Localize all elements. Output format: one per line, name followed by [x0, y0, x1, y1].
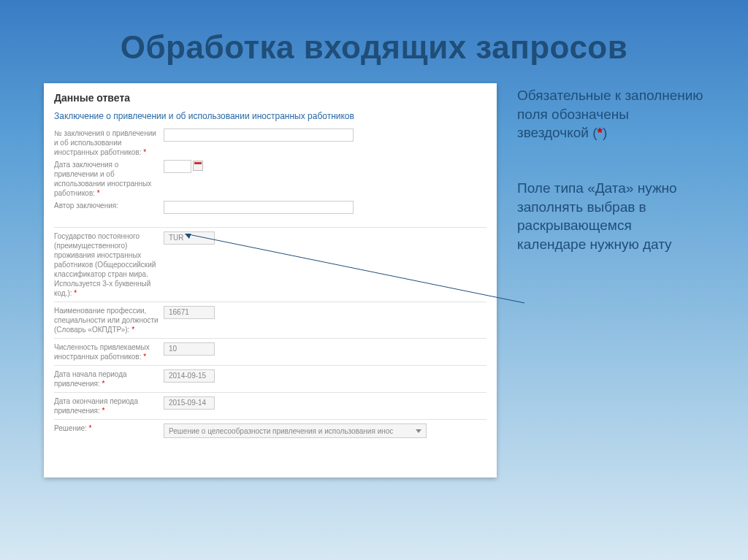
author-input[interactable]: [164, 201, 354, 214]
form-subtitle: Заключение о привлечении и об использова…: [54, 111, 486, 121]
annotations: Обязательные к заполнению поля обозначен…: [517, 83, 704, 477]
field-author: Автор заключения:: [54, 201, 486, 214]
row-decision: Решение: * Решение о целесообразности пр…: [54, 419, 486, 442]
row-start-date: Дата начала периода привлечения: * 2014-…: [54, 365, 486, 392]
calendar-icon[interactable]: [193, 161, 203, 171]
row-country: Государство постоянного (преимущественно…: [54, 227, 486, 302]
slide-title: Обработка входящих запросов: [0, 29, 748, 66]
field-label: № заключения о привлечении и об использо…: [54, 129, 164, 157]
content-area: Данные ответа Заключение о привлечении и…: [0, 83, 748, 477]
required-star: *: [143, 353, 146, 361]
start-date-value[interactable]: 2014-09-15: [164, 369, 215, 383]
field-conclusion-date: Дата заключения о привлечении и об испол…: [54, 160, 486, 198]
count-value[interactable]: 10: [164, 342, 215, 356]
conclusion-number-input[interactable]: [164, 129, 354, 142]
required-star: *: [89, 424, 92, 432]
decision-value: Решение о целесообразности привлечения и…: [169, 427, 393, 435]
field-label: Дата заключения о привлечении и об испол…: [54, 160, 164, 198]
country-value[interactable]: TUR: [164, 231, 215, 245]
required-star: *: [102, 407, 105, 415]
field-conclusion-number: № заключения о привлечении и об использо…: [54, 129, 486, 157]
conclusion-date-input[interactable]: [164, 160, 191, 173]
row-label: Дата начала периода привлечения: *: [54, 369, 164, 388]
row-end-date: Дата окончания периода привлечения: * 20…: [54, 392, 486, 419]
field-label: Автор заключения:: [54, 201, 164, 210]
annotation-date: Поле типа «Дата» нужно заполнять выбрав …: [517, 179, 704, 254]
row-profession: Наименование профессии, специальности ил…: [54, 302, 486, 338]
row-label: Государство постоянного (преимущественно…: [54, 231, 164, 298]
section-title: Данные ответа: [54, 92, 486, 104]
required-star: *: [102, 380, 105, 388]
required-star: *: [131, 326, 134, 334]
annotation-required: Обязательные к заполнению поля обозначен…: [517, 86, 704, 142]
row-label: Дата окончания периода привлечения: *: [54, 396, 164, 415]
required-star: *: [97, 189, 100, 197]
required-star-demo: *: [597, 125, 602, 140]
required-star: *: [143, 148, 146, 156]
chevron-down-icon: [416, 429, 421, 433]
row-label: Решение: *: [54, 423, 164, 438]
decision-select[interactable]: Решение о целесообразности привлечения и…: [164, 423, 427, 438]
row-label: Наименование профессии, специальности ил…: [54, 306, 164, 334]
required-star: *: [74, 289, 77, 297]
row-count: Численность привлекаемых иностранных раб…: [54, 338, 486, 365]
row-label: Численность привлекаемых иностранных раб…: [54, 342, 164, 361]
profession-value[interactable]: 16671: [164, 306, 215, 319]
end-date-value[interactable]: 2015-09-14: [164, 396, 215, 410]
form-screenshot: Данные ответа Заключение о привлечении и…: [44, 83, 497, 477]
